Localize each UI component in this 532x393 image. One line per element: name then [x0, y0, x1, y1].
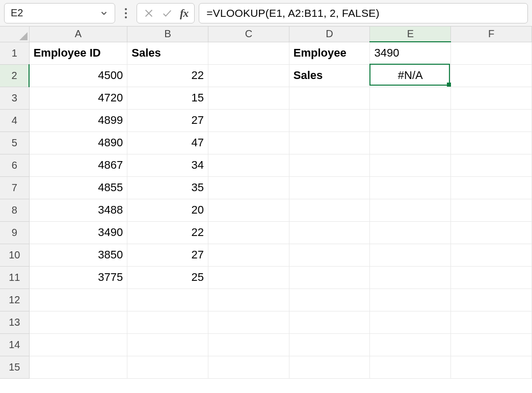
- cell-A1[interactable]: Employee ID: [29, 42, 127, 64]
- cell-E14[interactable]: [370, 333, 451, 356]
- cell-B10[interactable]: 27: [127, 244, 208, 266]
- cell-B12[interactable]: [127, 289, 208, 311]
- cell-E2[interactable]: #N/A: [370, 64, 451, 87]
- fx-button[interactable]: fx: [180, 7, 188, 20]
- cell-F7[interactable]: [451, 176, 532, 199]
- cell-F13[interactable]: [451, 311, 532, 333]
- cell-E1[interactable]: 3490: [370, 42, 451, 64]
- cell-C15[interactable]: [208, 356, 289, 378]
- cell-F9[interactable]: [451, 221, 532, 244]
- cell-D2[interactable]: Sales: [289, 64, 370, 87]
- cell-B7[interactable]: 35: [127, 176, 208, 199]
- cell-C12[interactable]: [208, 289, 289, 311]
- cell-C7[interactable]: [208, 176, 289, 199]
- cancel-icon[interactable]: [143, 8, 154, 19]
- name-box[interactable]: E2: [4, 3, 115, 23]
- cell-B1[interactable]: Sales: [127, 42, 208, 64]
- cell-B11[interactable]: 25: [127, 266, 208, 289]
- cell-A10[interactable]: 3850: [29, 244, 127, 266]
- cell-F10[interactable]: [451, 244, 532, 266]
- cell-B13[interactable]: [127, 311, 208, 333]
- cell-C3[interactable]: [208, 87, 289, 109]
- cell-C11[interactable]: [208, 266, 289, 289]
- cell-A14[interactable]: [29, 333, 127, 356]
- row-header-13[interactable]: 13: [0, 311, 29, 333]
- cell-D14[interactable]: [289, 333, 370, 356]
- cell-F14[interactable]: [451, 333, 532, 356]
- cell-A6[interactable]: 4867: [29, 154, 127, 176]
- cell-E3[interactable]: [370, 87, 451, 109]
- row-header-12[interactable]: 12: [0, 289, 29, 311]
- cell-A12[interactable]: [29, 289, 127, 311]
- accept-icon[interactable]: [162, 8, 173, 19]
- cell-F4[interactable]: [451, 109, 532, 132]
- cell-C8[interactable]: [208, 199, 289, 221]
- cell-F5[interactable]: [451, 132, 532, 154]
- cell-D13[interactable]: [289, 311, 370, 333]
- cell-E15[interactable]: [370, 356, 451, 378]
- cell-E8[interactable]: [370, 199, 451, 221]
- row-header-10[interactable]: 10: [0, 244, 29, 266]
- cell-E10[interactable]: [370, 244, 451, 266]
- cell-E11[interactable]: [370, 266, 451, 289]
- cell-E5[interactable]: [370, 132, 451, 154]
- row-header-7[interactable]: 7: [0, 176, 29, 199]
- cell-B14[interactable]: [127, 333, 208, 356]
- cell-B8[interactable]: 20: [127, 199, 208, 221]
- cell-D6[interactable]: [289, 154, 370, 176]
- cell-C2[interactable]: [208, 64, 289, 87]
- cell-D12[interactable]: [289, 289, 370, 311]
- cell-A2[interactable]: 4500: [29, 64, 127, 87]
- row-header-4[interactable]: 4: [0, 109, 29, 132]
- cell-D3[interactable]: [289, 87, 370, 109]
- row-header-9[interactable]: 9: [0, 221, 29, 244]
- cell-C1[interactable]: [208, 42, 289, 64]
- cell-A4[interactable]: 4899: [29, 109, 127, 132]
- cell-F1[interactable]: [451, 42, 532, 64]
- cell-D8[interactable]: [289, 199, 370, 221]
- cell-E12[interactable]: [370, 289, 451, 311]
- row-header-11[interactable]: 11: [0, 266, 29, 289]
- spreadsheet-grid[interactable]: A B C D E F 1Employee IDSalesEmployee349…: [0, 27, 532, 379]
- cell-A7[interactable]: 4855: [29, 176, 127, 199]
- col-header-A[interactable]: A: [29, 27, 127, 42]
- cell-D4[interactable]: [289, 109, 370, 132]
- cell-E9[interactable]: [370, 221, 451, 244]
- cell-B6[interactable]: 34: [127, 154, 208, 176]
- cell-F6[interactable]: [451, 154, 532, 176]
- cell-A15[interactable]: [29, 356, 127, 378]
- cell-D5[interactable]: [289, 132, 370, 154]
- cell-F15[interactable]: [451, 356, 532, 378]
- row-header-5[interactable]: 5: [0, 132, 29, 154]
- select-all-corner[interactable]: [0, 27, 29, 42]
- cell-D7[interactable]: [289, 176, 370, 199]
- formula-input[interactable]: =VLOOKUP(E1, A2:B11, 2, FALSE): [199, 3, 528, 23]
- cell-A9[interactable]: 3490: [29, 221, 127, 244]
- chevron-down-icon[interactable]: [99, 9, 109, 18]
- cell-C14[interactable]: [208, 333, 289, 356]
- cell-D9[interactable]: [289, 221, 370, 244]
- cell-A3[interactable]: 4720: [29, 87, 127, 109]
- col-header-C[interactable]: C: [208, 27, 289, 42]
- cell-B15[interactable]: [127, 356, 208, 378]
- row-header-2[interactable]: 2: [0, 64, 29, 87]
- cell-F12[interactable]: [451, 289, 532, 311]
- cell-E6[interactable]: [370, 154, 451, 176]
- row-header-3[interactable]: 3: [0, 87, 29, 109]
- col-header-D[interactable]: D: [289, 27, 370, 42]
- row-header-6[interactable]: 6: [0, 154, 29, 176]
- cell-B3[interactable]: 15: [127, 87, 208, 109]
- cell-A5[interactable]: 4890: [29, 132, 127, 154]
- col-header-F[interactable]: F: [451, 27, 532, 42]
- row-header-8[interactable]: 8: [0, 199, 29, 221]
- cell-D1[interactable]: Employee: [289, 42, 370, 64]
- col-header-B[interactable]: B: [127, 27, 208, 42]
- cell-B2[interactable]: 22: [127, 64, 208, 87]
- cell-C5[interactable]: [208, 132, 289, 154]
- cell-C13[interactable]: [208, 311, 289, 333]
- cell-C4[interactable]: [208, 109, 289, 132]
- row-header-14[interactable]: 14: [0, 333, 29, 356]
- cell-F11[interactable]: [451, 266, 532, 289]
- cell-B9[interactable]: 22: [127, 221, 208, 244]
- cell-B4[interactable]: 27: [127, 109, 208, 132]
